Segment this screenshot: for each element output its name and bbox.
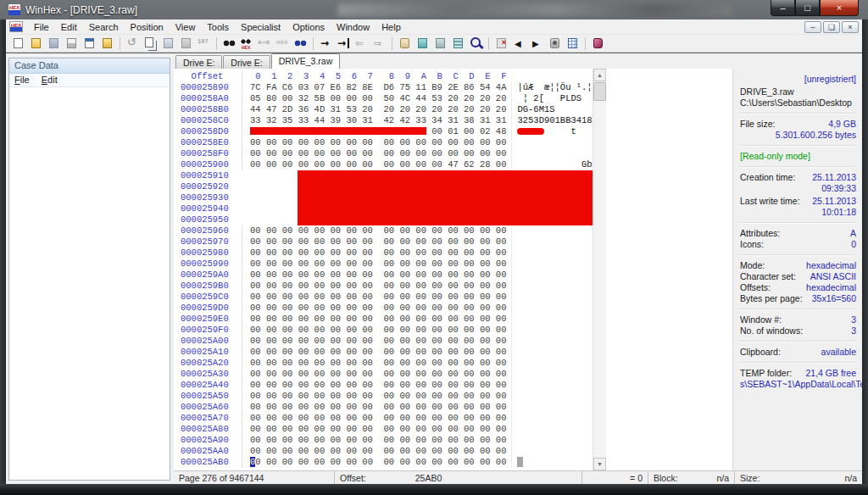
mdi-minimize-button[interactable]: – — [804, 21, 821, 33]
goto-offset-icon[interactable] — [337, 36, 351, 50]
network-drives-icon[interactable] — [415, 36, 430, 50]
hex-row[interactable]: 00002598000 00 00 00 00 00 00 00 00 00 0… — [174, 248, 593, 259]
mdi-restore-button[interactable]: ❏ — [823, 21, 840, 33]
hex-row[interactable]: 00002599000 00 00 00 00 00 00 00 00 00 0… — [174, 259, 593, 270]
mdi-close-button[interactable]: × — [842, 21, 859, 33]
save-icon[interactable] — [47, 36, 61, 50]
menu-options[interactable]: Options — [287, 20, 331, 34]
replace-hex-icon[interactable] — [275, 36, 290, 50]
hex-row[interactable]: 00002590000 00 00 00 00 00 00 00 00 00 0… — [174, 159, 593, 170]
hex-row[interactable]: 000025A7000 00 00 00 00 00 00 00 00 00 0… — [174, 413, 593, 424]
hex-row[interactable]: 000025A6000 00 00 00 00 00 00 00 00 00 0… — [174, 402, 593, 413]
scroll-up-button[interactable]: ▲ — [593, 69, 606, 81]
clipboard-paste-icon[interactable] — [179, 36, 193, 50]
hex-row[interactable]: 000025A9000 00 00 00 00 00 00 00 00 00 0… — [174, 435, 593, 446]
next-window-icon[interactable] — [530, 36, 544, 50]
hex-row[interactable]: 000025A2000 00 00 00 00 00 00 00 00 00 0… — [174, 358, 593, 369]
ram-editor-icon[interactable] — [433, 36, 448, 50]
copy-icon[interactable] — [143, 36, 158, 50]
minimize-button[interactable]: – — [771, 0, 795, 16]
menu-specialist[interactable]: Specialist — [235, 20, 287, 34]
menu-view[interactable]: View — [170, 20, 202, 34]
hex-row[interactable]: 0000259B000 00 00 00 00 00 00 00 00 00 0… — [174, 281, 593, 292]
vertical-scrollbar[interactable]: ▲ ▼ — [593, 69, 606, 470]
replace-text-icon[interactable] — [258, 36, 272, 50]
prev-window-icon[interactable] — [512, 36, 526, 50]
hex-row[interactable]: 0000258B044 47 2D 36 4D 31 53 20 20 20 2… — [174, 104, 593, 115]
hex-editor[interactable]: Offset 0 1 2 3 4 5 6 7 8 9 A B C D E F00… — [174, 69, 593, 470]
case-data-body[interactable] — [9, 87, 170, 480]
hex-row[interactable]: 000025A5000 00 00 00 00 00 00 00 00 00 0… — [174, 391, 593, 402]
hex-row[interactable]: 0000259F000 00 00 00 00 00 00 00 00 00 0… — [174, 325, 593, 336]
hex-row[interactable]: 000025A3000 00 00 00 00 00 00 00 00 00 0… — [174, 369, 593, 380]
scroll-down-button[interactable]: ▼ — [593, 458, 606, 470]
find-next-icon[interactable] — [293, 36, 308, 50]
hex-row[interactable]: 0000259A000 00 00 00 00 00 00 00 00 00 0… — [174, 270, 593, 281]
hex-row[interactable]: 0000259C000 00 00 00 00 00 00 00 00 00 0… — [174, 292, 593, 303]
hex-offset: 0000259F0 — [174, 325, 233, 336]
case-menu-edit[interactable]: Edit — [42, 75, 58, 86]
hex-bytes: 05 80 00 32 5B 00 00 00 50 4C 44 53 20 2… — [242, 93, 506, 104]
hex-row[interactable]: 000025920 — [174, 181, 593, 192]
hex-row[interactable]: 000025A8000 00 00 00 00 00 00 00 00 00 0… — [174, 424, 593, 435]
calculator-icon[interactable] — [451, 36, 465, 50]
hex-offset: 000025AA0 — [174, 446, 233, 457]
menu-search[interactable]: Search — [83, 20, 125, 34]
close-button[interactable]: × — [820, 0, 859, 16]
hex-row[interactable]: 0000258F000 00 00 00 00 00 00 00 00 00 0… — [174, 148, 593, 159]
open-file-icon[interactable] — [29, 36, 43, 50]
properties-icon[interactable] — [82, 36, 97, 50]
hex-row[interactable]: 0000259D000 00 00 00 00 00 00 00 00 00 0… — [174, 303, 593, 314]
new-file-icon[interactable] — [11, 36, 25, 50]
menu-edit[interactable]: Edit — [55, 20, 83, 34]
hex-row[interactable]: 0000258E000 00 00 00 00 00 00 00 00 00 0… — [174, 137, 593, 148]
ascii-text — [511, 457, 593, 468]
hex-row[interactable]: 000025910 — [174, 170, 593, 181]
hex-row[interactable]: 000025940 — [174, 203, 593, 214]
hex-row[interactable]: 000025930 — [174, 192, 593, 203]
paste-icon[interactable] — [161, 36, 175, 50]
hex-row[interactable]: 0000258907C FA C6 03 07 E6 82 8E D6 75 1… — [174, 82, 593, 93]
find-hex-icon[interactable] — [240, 36, 254, 50]
hex-row[interactable]: 0000258D0 00 01 00 02 48 t H — [174, 126, 593, 137]
tab-drive-e-[interactable]: Drive E: — [175, 55, 222, 69]
template-icon[interactable] — [494, 36, 509, 50]
status-offset: Offset: 25AB0 — [335, 471, 582, 484]
hex-row[interactable]: 000025A1000 00 00 00 00 00 00 00 00 00 0… — [174, 347, 593, 358]
menu-help[interactable]: Help — [376, 20, 407, 34]
hex-row[interactable]: 0000258A005 80 00 32 5B 00 00 00 50 4C 4… — [174, 93, 593, 104]
info-section: Window #:3No. of windows:3 — [740, 314, 856, 336]
case-menu-file[interactable]: File — [14, 75, 30, 86]
hex-row[interactable]: 000025AA000 00 00 00 00 00 00 00 00 00 0… — [174, 446, 593, 457]
goto-position-icon[interactable] — [319, 36, 333, 50]
screenshot-icon[interactable] — [548, 36, 562, 50]
hex-row[interactable]: 000025A4000 00 00 00 00 00 00 00 00 00 0… — [174, 380, 593, 391]
title-bar[interactable]: WinHex - [DRIVE_3.raw] – □ × — [0, 0, 868, 19]
hex-row[interactable]: 000025A0000 00 00 00 00 00 00 00 00 00 0… — [174, 336, 593, 347]
menu-window[interactable]: Window — [331, 20, 376, 34]
scrollbar-thumb[interactable] — [593, 82, 606, 101]
menu-position[interactable]: Position — [125, 20, 170, 34]
find-text-icon[interactable] — [222, 36, 236, 50]
magnifier-icon[interactable] — [469, 36, 483, 50]
undo-icon[interactable] — [125, 36, 140, 50]
hex-row[interactable]: 00002597000 00 00 00 00 00 00 00 00 00 0… — [174, 236, 593, 248]
menu-file[interactable]: File — [28, 20, 55, 34]
tab-drive-e-[interactable]: Drive E: — [223, 55, 270, 69]
open-folder-icon[interactable] — [100, 36, 114, 50]
open-disk-icon[interactable] — [398, 36, 412, 50]
hex-row[interactable]: 00002596000 00 00 00 00 00 00 00 00 00 0… — [174, 225, 593, 236]
maximize-button[interactable]: □ — [795, 0, 820, 16]
menu-tools[interactable]: Tools — [201, 20, 235, 34]
binary-convert-icon[interactable] — [197, 36, 211, 50]
hex-row[interactable]: 0000258C033 32 35 33 44 39 30 31 42 42 3… — [174, 115, 593, 126]
help-icon[interactable] — [591, 36, 605, 50]
tab-drive-3-raw[interactable]: DRIVE_3.raw — [271, 53, 341, 69]
back-icon[interactable] — [354, 36, 369, 50]
hex-row[interactable]: 0000259E000 00 00 00 00 00 00 00 00 00 0… — [174, 314, 593, 325]
print-icon[interactable] — [64, 36, 79, 50]
hex-row[interactable]: 000025AB000 00 00 00 00 00 00 00 00 00 0… — [174, 457, 593, 468]
data-interpreter-icon[interactable] — [565, 36, 580, 50]
hex-row[interactable]: 000025950 — [174, 214, 593, 225]
forward-icon[interactable] — [372, 36, 387, 50]
